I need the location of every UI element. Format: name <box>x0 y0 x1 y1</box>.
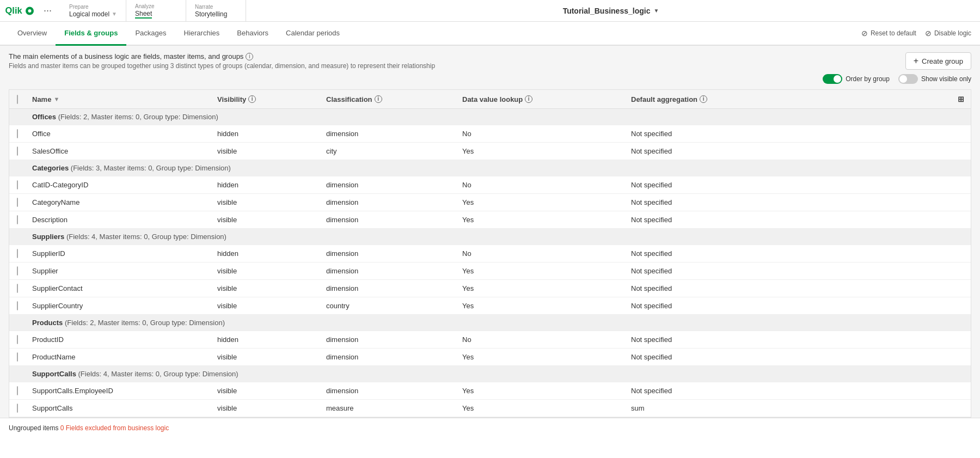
columns-icon[interactable]: ⊞ <box>958 95 964 103</box>
row-default-aggregation: Not specified <box>624 143 951 160</box>
row-checkbox[interactable] <box>17 404 18 413</box>
tab-calendar-periods[interactable]: Calendar periods <box>277 22 348 46</box>
row-name: Description <box>26 211 211 229</box>
row-checkbox[interactable] <box>17 335 18 344</box>
content-area: The main elements of a business logic ar… <box>0 46 980 418</box>
narrate-section[interactable]: Narrate Storytelling <box>186 0 246 21</box>
th-name: Name ▼ <box>26 90 211 109</box>
th-visibility: Visibility i <box>211 90 320 109</box>
table-row[interactable]: SupportCalls visible measure Yes sum <box>9 400 971 417</box>
order-by-group-toggle-label[interactable]: Order by group <box>823 74 890 84</box>
row-checkbox[interactable] <box>17 284 18 293</box>
narrate-value: Storytelling <box>195 10 237 18</box>
th-classification-label: Classification <box>326 95 372 103</box>
tab-hierarchies[interactable]: Hierarchies <box>175 22 229 46</box>
row-data-value-lookup: Yes <box>456 280 624 297</box>
reset-icon: ⊘ <box>861 29 868 38</box>
table-row[interactable]: Office hidden dimension No Not specified <box>9 125 971 143</box>
table-row[interactable]: CatID-CategoryID hidden dimension No Not… <box>9 176 971 194</box>
row-checkbox-cell <box>9 176 26 194</box>
prepare-section[interactable]: Prepare Logical model ▼ <box>60 0 126 21</box>
default-aggregation-info-icon[interactable]: i <box>700 95 707 103</box>
app-title-chevron[interactable]: ▼ <box>653 8 659 14</box>
content-description: The main elements of a business logic ar… <box>9 52 435 70</box>
header-checkbox[interactable] <box>17 95 18 104</box>
row-checkbox[interactable] <box>17 249 18 258</box>
table-row[interactable]: ProductID hidden dimension No Not specif… <box>9 331 971 349</box>
show-visible-only-slider <box>898 74 918 84</box>
row-checkbox[interactable] <box>17 180 18 190</box>
row-checkbox[interactable] <box>17 129 18 138</box>
row-name: ProductName <box>26 349 211 366</box>
table-row[interactable]: Description visible dimension Yes Not sp… <box>9 211 971 229</box>
row-actions <box>951 143 971 160</box>
row-checkbox[interactable] <box>17 386 18 395</box>
group-header-row[interactable]: Categories (Fields: 3, Master items: 0, … <box>9 160 971 176</box>
more-menu-icon[interactable]: ··· <box>44 5 52 16</box>
row-actions <box>951 194 971 211</box>
row-classification: dimension <box>320 382 456 400</box>
reset-to-default-button[interactable]: ⊘ Reset to default <box>861 29 916 38</box>
table-row[interactable]: SupplierContact visible dimension Yes No… <box>9 280 971 297</box>
table-row[interactable]: SupportCalls.EmployeeID visible dimensio… <box>9 382 971 400</box>
svg-text:Qlik: Qlik <box>5 5 23 15</box>
group-name-cell: Categories (Fields: 3, Master items: 0, … <box>26 160 971 176</box>
group-checkbox-cell <box>9 315 26 331</box>
row-name: CatID-CategoryID <box>26 176 211 194</box>
row-checkbox[interactable] <box>17 301 18 310</box>
group-header-row[interactable]: Suppliers (Fields: 4, Master items: 0, G… <box>9 229 971 245</box>
row-visibility: hidden <box>211 245 320 262</box>
data-value-lookup-info-icon[interactable]: i <box>525 95 532 103</box>
tab-behaviors[interactable]: Behaviors <box>228 22 277 46</box>
group-header-row[interactable]: Products (Fields: 2, Master items: 0, Gr… <box>9 315 971 331</box>
row-checkbox[interactable] <box>17 146 18 156</box>
row-checkbox-cell <box>9 400 26 417</box>
row-classification: dimension <box>320 176 456 194</box>
row-checkbox[interactable] <box>17 215 18 224</box>
group-header-row[interactable]: SupportCalls (Fields: 4, Master items: 0… <box>9 366 971 382</box>
svg-point-2 <box>28 9 32 13</box>
th-checkbox <box>9 90 26 109</box>
tab-packages[interactable]: Packages <box>126 22 175 46</box>
tabs-right-actions: ⊘ Reset to default ⊘ Disable logic <box>861 29 971 38</box>
group-header-row[interactable]: Offices (Fields: 2, Master items: 0, Gro… <box>9 109 971 125</box>
row-default-aggregation: sum <box>624 400 951 417</box>
table-row[interactable]: SalesOffice visible city Yes Not specifi… <box>9 143 971 160</box>
table-row[interactable]: SupplierCountry visible country Yes Not … <box>9 297 971 315</box>
table-row[interactable]: SupplierID hidden dimension No Not speci… <box>9 245 971 262</box>
main-description-line: The main elements of a business logic ar… <box>9 52 435 60</box>
row-default-aggregation: Not specified <box>624 280 951 297</box>
tab-overview[interactable]: Overview <box>9 22 56 46</box>
row-name: Supplier <box>26 262 211 280</box>
filter-icon[interactable]: ▼ <box>53 96 59 102</box>
row-checkbox-cell <box>9 211 26 229</box>
narrate-label: Narrate <box>195 4 237 10</box>
row-checkbox[interactable] <box>17 266 18 276</box>
row-classification: city <box>320 143 456 160</box>
table-row[interactable]: CategoryName visible dimension Yes Not s… <box>9 194 971 211</box>
show-visible-only-toggle[interactable] <box>898 74 918 84</box>
row-checkbox[interactable] <box>17 198 18 207</box>
classification-info-icon[interactable]: i <box>375 95 382 103</box>
row-checkbox[interactable] <box>17 352 18 362</box>
visibility-info-icon[interactable]: i <box>248 95 256 103</box>
order-by-group-toggle[interactable] <box>823 74 842 84</box>
table-row[interactable]: ProductName visible dimension Yes Not sp… <box>9 349 971 366</box>
main-info-icon[interactable]: i <box>246 53 253 60</box>
row-classification: country <box>320 297 456 315</box>
row-data-value-lookup: Yes <box>456 194 624 211</box>
row-checkbox-cell <box>9 280 26 297</box>
row-data-value-lookup: Yes <box>456 382 624 400</box>
disable-logic-button[interactable]: ⊘ Disable logic <box>925 29 971 38</box>
show-visible-only-toggle-label[interactable]: Show visible only <box>898 74 971 84</box>
analyze-section[interactable]: Analyze Sheet <box>126 0 186 21</box>
row-checkbox-cell <box>9 262 26 280</box>
app-title-area: Tutorial_Business_logic ▼ <box>246 7 976 15</box>
table-row[interactable]: Supplier visible dimension Yes Not speci… <box>9 262 971 280</box>
disable-icon: ⊘ <box>925 29 932 38</box>
ungrouped-items-link[interactable]: 0 Fields excluded from business logic <box>60 424 169 432</box>
th-columns-icon[interactable]: ⊞ <box>951 90 971 109</box>
tab-fields-groups[interactable]: Fields & groups <box>56 22 126 46</box>
row-actions <box>951 125 971 143</box>
create-group-button[interactable]: + Create group <box>905 52 971 70</box>
